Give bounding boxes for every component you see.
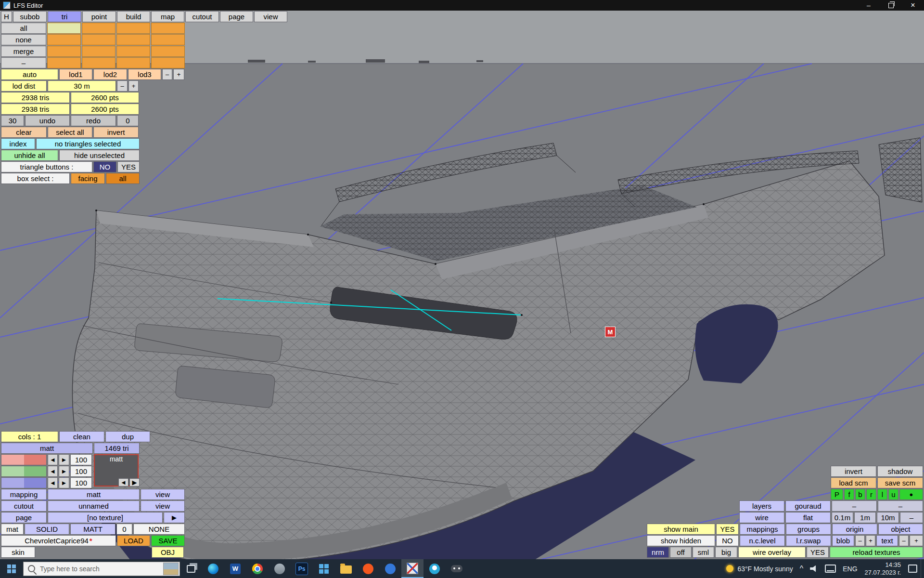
word-app-button[interactable]: W [224,559,246,578]
hidden-icons-button[interactable]: ^ [796,559,807,578]
save-button[interactable]: SAVE [151,535,185,546]
mat-solid-button[interactable]: SOLID [25,524,69,535]
subob-grid-cell[interactable] [151,34,185,45]
show-hidden-value[interactable]: NO [716,535,739,546]
subob-grid-cell[interactable] [82,34,116,45]
show-desktop-button[interactable] [921,559,924,578]
taskbar-search[interactable] [23,562,180,576]
red-value[interactable]: 100 [70,454,92,465]
blob-button[interactable]: blob [832,535,854,546]
view-left-button[interactable]: l [877,489,887,500]
material-name[interactable]: matt [1,443,93,454]
lod1-button[interactable]: lod1 [59,69,92,80]
view-back-button[interactable]: b [855,489,865,500]
subob-dash-button[interactable]: – [1,57,46,68]
action-center-button[interactable] [905,559,921,578]
language-indicator[interactable]: ENG [839,559,860,578]
subob-grid-cell[interactable] [151,23,185,34]
mat-index[interactable]: 0 [116,524,132,535]
page-next-button[interactable]: ▶ [164,512,185,523]
subob-grid-cell[interactable] [47,23,81,34]
lod-dist-value[interactable]: 30 m [48,80,116,92]
page-texture-value[interactable]: [no texture] [48,512,163,523]
undo-button[interactable]: undo [25,115,70,126]
mapping-view-button[interactable]: view [141,489,185,500]
mapping-value[interactable]: matt [48,489,140,500]
view-dot-button[interactable]: ● [899,489,923,500]
triangle-buttons-yes[interactable]: YES [117,161,140,172]
subob-grid-cell[interactable] [82,46,116,57]
lod-minus-button[interactable]: – [162,69,172,80]
green-swatch[interactable] [1,466,47,477]
weather-widget[interactable]: 63°F Mostly sunny [723,559,796,578]
blue-value[interactable]: 100 [70,477,92,488]
hide-unselected-button[interactable]: hide unselected [59,150,140,161]
grid-10m-button[interactable]: 10m [877,512,899,523]
task-view-button[interactable] [180,559,202,578]
mat-matt-button[interactable]: MATT [70,524,116,535]
lod3-button[interactable]: lod3 [128,69,161,80]
blue-increase-button[interactable]: ► [59,477,69,488]
grid-off-button[interactable]: – [900,512,923,523]
clear-selection-button[interactable]: clear [1,127,47,138]
mat-none-button[interactable]: NONE [133,524,185,535]
cutout-view-button[interactable]: view [141,500,185,512]
dup-button[interactable]: dup [105,431,150,442]
layers-dash-1[interactable]: – [832,500,877,512]
clock[interactable]: 14:35 27.07.2023 г. [861,561,905,577]
flat-button[interactable]: flat [785,512,831,523]
subob-grid-cell[interactable] [47,46,81,57]
photoshop-button[interactable]: Ps [291,559,313,578]
subob-grid-cell[interactable] [116,23,150,34]
wire-overlay-label[interactable]: wire overlay [738,547,806,558]
wire-overlay-value[interactable]: YES [807,547,829,558]
show-main-value[interactable]: YES [716,524,739,535]
lod-dist-minus-button[interactable]: – [117,80,128,92]
red-decrease-button[interactable]: ◄ [48,454,58,465]
skin-button[interactable]: skin [1,547,35,558]
text-plus-button[interactable]: + [910,535,923,546]
blob-plus-button[interactable]: + [866,535,875,546]
show-hidden-label[interactable]: show hidden [647,535,715,546]
lfs-editor-taskbar-button[interactable] [401,559,424,578]
user-app-button[interactable] [424,559,446,578]
cutout-label[interactable]: cutout [1,500,47,512]
lr-swap-button[interactable]: l.r.swap [786,535,831,546]
index-button[interactable]: index [1,138,35,149]
gouraud-button[interactable]: gouraud [785,500,831,512]
view-perspective-button[interactable]: P [831,489,843,500]
nrm-sml-button[interactable]: sml [693,547,714,558]
save-scm-button[interactable]: save scm [877,477,923,488]
search-highlight-thumbnail[interactable] [163,563,179,575]
show-main-label[interactable]: show main [647,524,715,535]
subob-grid-cell[interactable] [47,34,81,45]
grid-01m-button[interactable]: 0.1m [832,512,853,523]
chrome-button[interactable] [246,559,269,578]
green-value[interactable]: 100 [70,466,92,477]
load-scm-button[interactable]: load scm [831,477,876,488]
green-decrease-button[interactable]: ◄ [48,466,58,477]
text-minus-button[interactable]: – [899,535,909,546]
wire-button[interactable]: wire [739,512,784,523]
subob-grid-cell[interactable] [82,57,116,68]
media-app-button[interactable] [379,559,401,578]
invert-view-button[interactable]: invert [831,466,876,477]
blue-swatch[interactable] [1,477,47,488]
subob-grid-cell[interactable] [47,57,81,68]
nrm-off-button[interactable]: off [670,547,692,558]
layers-dash-2[interactable]: – [878,500,923,512]
game-button[interactable] [446,559,468,578]
lod-auto-button[interactable]: auto [1,69,58,80]
object-button[interactable]: object [878,524,923,535]
cutout-value[interactable]: unnamed [48,500,140,512]
menu-item-h[interactable]: H [1,11,12,22]
volume-button[interactable] [807,559,821,578]
box-select-all-button[interactable]: all [106,173,140,184]
menu-item-view[interactable]: view [254,11,287,22]
subob-grid-cell[interactable] [116,46,150,57]
text-button[interactable]: text [876,535,898,546]
red-swatch[interactable] [1,454,47,465]
select-all-button[interactable]: select all [48,127,92,138]
close-button[interactable]: × [902,0,924,11]
touch-keyboard-button[interactable] [821,559,839,578]
